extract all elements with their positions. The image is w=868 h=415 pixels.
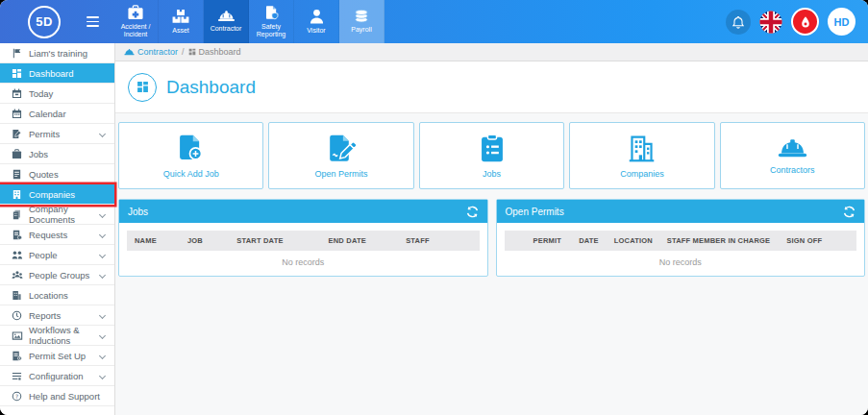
sidebar-item-label: Today xyxy=(29,88,53,99)
hard-hat-icon xyxy=(217,10,236,22)
quick-action-cards: Quick Add Job Open Permits Jobs xyxy=(118,122,865,189)
chevron-down-icon xyxy=(99,271,106,278)
jobs-card[interactable]: Jobs xyxy=(419,122,564,189)
sidebar-item-label: Calendar xyxy=(29,109,66,119)
chevron-down-icon xyxy=(99,251,106,257)
flag-icon xyxy=(11,48,23,59)
sidebar-item-companies[interactable]: Companies xyxy=(0,184,114,205)
chevron-down-icon xyxy=(99,331,106,338)
column-header: DATE xyxy=(571,231,607,251)
panel-title: Jobs xyxy=(128,207,148,217)
column-header: END DATE xyxy=(321,231,399,251)
sidebar-item-label: Jobs xyxy=(29,149,48,159)
sidebar-item-label: Liam's training xyxy=(29,48,87,59)
breadcrumb: Contractor / Dashboard xyxy=(115,43,868,61)
sidebar-item-label: Configuration xyxy=(29,371,84,381)
bell-icon[interactable] xyxy=(726,10,751,35)
module-nav: Accident / Incident Asset Contractor Saf… xyxy=(113,0,384,43)
column-header: STAFF MEMBER IN CHARGE xyxy=(659,231,780,251)
sidebar-item-label: Quotes xyxy=(29,169,59,180)
topnav-item-accident-incident[interactable]: Accident / Incident xyxy=(113,0,159,43)
location-building-icon xyxy=(11,290,23,301)
chevron-down-icon xyxy=(99,352,106,358)
card-label: Contractors xyxy=(770,165,815,175)
sidebar-item-today[interactable]: Today xyxy=(0,84,114,104)
open-permits-table: PERMIT DATE LOCATION STAFF MEMBER IN CHA… xyxy=(505,231,857,276)
sidebar-item-label: Company Documents xyxy=(29,204,94,225)
sidebar-item-label: Permits xyxy=(29,129,60,139)
refresh-icon[interactable] xyxy=(843,206,856,218)
calendar-icon xyxy=(11,109,23,119)
hamburger-menu-icon[interactable] xyxy=(87,16,99,26)
sidebar-item-company-documents[interactable]: Company Documents xyxy=(0,205,114,225)
briefcase-icon xyxy=(11,149,23,159)
breadcrumb-section-label: Contractor xyxy=(137,47,178,57)
column-header: SIGN OFF xyxy=(779,231,856,251)
breadcrumb-contractor-link[interactable]: Contractor xyxy=(124,47,178,57)
hard-hat-icon xyxy=(124,48,135,56)
column-header: JOB xyxy=(180,231,229,251)
jobs-table: NAME JOB START DATE END DATE STAFF No re… xyxy=(127,231,480,276)
sidebar-item-label: Requests xyxy=(29,230,67,240)
sidebar-item-label: People xyxy=(29,250,58,260)
topnav-label: Accident / Incident xyxy=(113,23,158,39)
calendar-day-icon xyxy=(11,88,23,99)
sidebar-item-permits[interactable]: Permits xyxy=(0,124,114,144)
open-permits-panel-header: Open Permits xyxy=(497,200,865,223)
sidebar-item-permit-set-up[interactable]: Permit Set Up xyxy=(0,346,114,366)
people-icon xyxy=(11,250,23,260)
app-window: 5D Accident / Incident Asset Contractor xyxy=(0,0,868,415)
sidebar-item-liams-training[interactable]: Liam's training xyxy=(0,43,114,63)
sidebar-item-people[interactable]: People xyxy=(0,245,114,265)
jobs-table-header-row: NAME JOB START DATE END DATE STAFF xyxy=(127,231,480,251)
person-icon xyxy=(310,9,324,24)
topnav-item-safety-reporting[interactable]: Safety Reporting xyxy=(249,0,294,43)
column-header: NAME xyxy=(127,231,180,251)
sidebar-item-dashboard[interactable]: Dashboard xyxy=(0,63,114,84)
workflow-screen-icon xyxy=(11,330,23,341)
app-logo[interactable]: 5D xyxy=(28,6,61,38)
sidebar: Liam's training Dashboard Today Calendar… xyxy=(0,43,115,415)
column-header: LOCATION xyxy=(607,231,659,251)
column-header: START DATE xyxy=(229,231,320,251)
topnav-label: Payroll xyxy=(349,26,373,34)
refresh-icon[interactable] xyxy=(466,206,479,218)
sidebar-item-locations[interactable]: Locations xyxy=(0,285,114,305)
breadcrumb-page-label: Dashboard xyxy=(199,47,241,57)
topnav-item-payroll[interactable]: Payroll xyxy=(339,0,384,43)
sidebar-item-reports[interactable]: Reports xyxy=(0,305,114,326)
sidebar-item-label: Workflows & Inductions xyxy=(29,325,94,346)
open-permits-table-header-row: PERMIT DATE LOCATION STAFF MEMBER IN CHA… xyxy=(505,231,857,251)
jobs-panel-header: Jobs xyxy=(119,200,487,223)
topnav-label: Safety Reporting xyxy=(249,23,293,39)
sidebar-item-jobs[interactable]: Jobs xyxy=(0,144,114,164)
quick-add-job-card[interactable]: Quick Add Job xyxy=(118,122,263,189)
sidebar-item-configuration[interactable]: Configuration xyxy=(0,366,114,386)
sidebar-item-quotes[interactable]: Quotes xyxy=(0,164,114,184)
page-title: Dashboard xyxy=(166,77,256,98)
sidebar-item-workflows-inductions[interactable]: Workflows & Inductions xyxy=(0,326,114,346)
help-icon: ? xyxy=(11,391,23,402)
sidebar-item-requests[interactable]: Requests xyxy=(0,225,114,245)
sidebar-item-help-and-support[interactable]: ? Help and Support xyxy=(0,386,114,406)
topnav-item-contractor[interactable]: Contractor xyxy=(204,0,249,43)
topnav-item-asset[interactable]: Asset xyxy=(159,0,204,43)
alarm-icon[interactable] xyxy=(791,8,819,36)
open-permits-card[interactable]: Open Permits xyxy=(268,122,413,189)
coins-icon xyxy=(353,9,370,23)
user-avatar[interactable]: HD xyxy=(828,8,856,36)
contractors-card[interactable]: Contractors xyxy=(720,122,865,189)
page-header: Dashboard xyxy=(115,61,868,113)
company-building-icon xyxy=(627,134,657,163)
companies-card[interactable]: Companies xyxy=(569,122,714,189)
panel-title: Open Permits xyxy=(506,207,564,217)
top-bar: 5D Accident / Incident Asset Contractor xyxy=(0,0,868,43)
sidebar-item-calendar[interactable]: Calendar xyxy=(0,104,114,124)
sidebar-item-people-groups[interactable]: People Groups xyxy=(0,265,114,285)
clipboard-list-icon xyxy=(479,134,506,163)
uk-flag-icon[interactable] xyxy=(759,11,782,34)
documents-icon xyxy=(11,209,23,220)
card-label: Jobs xyxy=(483,169,501,179)
chevron-down-icon xyxy=(99,372,106,378)
topnav-item-visitor[interactable]: Visitor xyxy=(294,0,339,43)
